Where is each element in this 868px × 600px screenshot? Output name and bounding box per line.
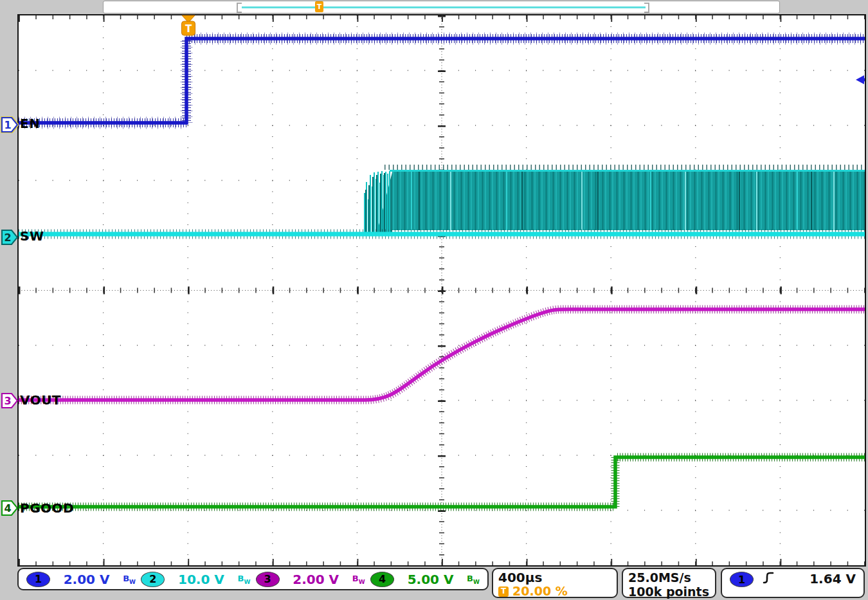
record-waveform-line — [242, 6, 646, 8]
trigger-level-value: 1.64 V — [809, 571, 856, 586]
timebase-value: 400µs — [498, 570, 611, 585]
ch2-bandwidth-badge: BW — [237, 574, 250, 585]
trigger-readout-box[interactable]: 1 1.64 V — [721, 568, 865, 598]
ch4-scale: 5.00 V — [400, 572, 462, 587]
trigger-position-value: 20.00 % — [512, 585, 568, 598]
trace-label-vout: VOUT — [20, 392, 61, 408]
ch4-badge[interactable]: 4 — [370, 572, 394, 587]
ch4-marker-number: 4 — [4, 502, 11, 514]
ch3-bandwidth-badge: BW — [352, 574, 365, 585]
sample-rate: 25.0MS/s — [628, 570, 710, 585]
ch4-readout[interactable]: 4 5.00 V BW — [370, 572, 480, 587]
ch2-marker-number: 2 — [4, 232, 11, 244]
window-bracket-left[interactable] — [237, 3, 242, 13]
record-trigger-marker[interactable]: T — [315, 1, 323, 12]
horizontal-readout-box[interactable]: 400µs T 20.00 % — [492, 568, 618, 598]
trace-label-sw: SW — [20, 228, 44, 244]
ch3-position-marker[interactable]: 3 — [1, 392, 19, 409]
record-length: 100k points — [628, 585, 710, 599]
ch2-scale: 10.0 V — [170, 572, 232, 587]
ch1-bandwidth-badge: BW — [123, 574, 136, 585]
rising-edge-icon — [763, 571, 774, 585]
channel-readout-box: 1 2.00 V BW 2 10.0 V BW 3 2.00 V BW 4 5.… — [17, 568, 489, 590]
ch1-readout[interactable]: 1 2.00 V BW — [26, 572, 136, 587]
graticule — [17, 14, 866, 567]
ch3-readout[interactable]: 3 2.00 V BW — [256, 572, 365, 587]
ch4-position-marker[interactable]: 4 — [1, 500, 19, 516]
ch1-badge[interactable]: 1 — [26, 572, 50, 587]
acquisition-readout-box[interactable]: 25.0MS/s 100k points — [622, 568, 716, 598]
ch3-badge[interactable]: 3 — [256, 572, 280, 587]
ch1-marker-number: 1 — [4, 119, 11, 131]
ch2-readout[interactable]: 2 10.0 V BW — [141, 572, 250, 587]
ch3-scale: 2.00 V — [285, 572, 347, 587]
oscilloscope-screen: T — [0, 0, 868, 600]
record-view-bar: T — [103, 1, 780, 14]
trace-label-pgood: PGOOD — [20, 500, 74, 516]
ch1-position-marker[interactable]: 1 — [1, 116, 19, 133]
ch1-scale: 2.00 V — [56, 572, 118, 587]
ch2-position-marker[interactable]: 2 — [1, 229, 19, 246]
trigger-position-t-icon: T — [498, 586, 509, 597]
trigger-source-badge[interactable]: 1 — [730, 572, 754, 587]
trace-label-en: EN — [20, 116, 40, 131]
ch3-marker-number: 3 — [4, 395, 11, 407]
ch4-bandwidth-badge: BW — [467, 574, 480, 585]
ch2-badge[interactable]: 2 — [141, 572, 165, 587]
